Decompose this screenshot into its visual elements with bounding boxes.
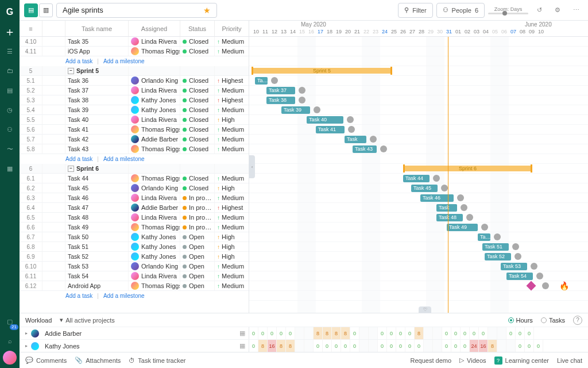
table-row[interactable]: 6.3 Task 46 Linda Rivera In pro… ↑Medium… [20, 193, 249, 203]
sprint-row[interactable]: 5 −Sprint 5 ⋮ [20, 66, 249, 76]
workload-cell[interactable]: 0 [442, 327, 451, 339]
task-bar[interactable]: Task 38 [266, 97, 295, 104]
workload-cell[interactable]: 0 [332, 340, 341, 352]
assignee-cell[interactable]: Thomas Riggs [129, 223, 180, 232]
task-bar[interactable]: Task 52 [485, 253, 511, 260]
workload-cell[interactable] [369, 327, 378, 339]
status-cell[interactable]: Closed [180, 174, 215, 183]
task-bar[interactable]: Task 48 [436, 214, 463, 221]
workload-cell[interactable]: 0 [387, 327, 396, 339]
table-row[interactable]: 5.8 Task 43 Thomas Riggs Closed ↑Medium … [20, 144, 249, 154]
workload-cell[interactable]: 0 [442, 340, 451, 352]
priority-cell[interactable]: ↑High [215, 252, 249, 261]
workload-cell[interactable] [497, 327, 506, 339]
assignee-cell[interactable]: Kathy Jones [129, 242, 180, 251]
priority-cell[interactable]: ↑Medium [215, 135, 249, 144]
status-cell[interactable]: Open [180, 242, 215, 251]
status-cell[interactable]: Closed [180, 135, 215, 144]
workload-cell[interactable]: 0 [461, 327, 470, 339]
workload-cell[interactable]: 8 [258, 340, 268, 352]
workload-filter[interactable]: ▾ All active projects [60, 316, 115, 324]
table-row[interactable]: 5.4 Task 39 Kathy Jones Closed ↑Medium ⋮ [20, 105, 249, 115]
workload-expand-handle[interactable]: ♡ [419, 306, 431, 313]
workload-cell[interactable]: 0 [341, 340, 350, 352]
priority-cell[interactable]: ↑Medium [215, 86, 249, 95]
logo-icon[interactable]: G [0, 2, 20, 22]
status-cell[interactable]: In pro… [180, 213, 215, 222]
priority-cell[interactable]: ↑High [215, 242, 249, 251]
sprint-bar[interactable]: Sprint 6 [403, 166, 532, 171]
task-bar[interactable]: Task 44 [403, 175, 430, 182]
status-cell[interactable]: Open [180, 262, 215, 271]
workload-cell[interactable] [359, 327, 369, 339]
task-name-cell[interactable]: Task 39 [65, 105, 129, 114]
task-name-cell[interactable]: Task 53 [65, 262, 129, 271]
workload-cell[interactable] [497, 340, 506, 352]
request-demo-link[interactable]: Request demo [411, 357, 452, 364]
table-row[interactable]: 5.5 Task 40 Linda Rivera Closed ↑High ⋮ [20, 115, 249, 125]
workload-cell[interactable]: 0 [350, 327, 359, 339]
status-cell[interactable]: Closed [180, 183, 215, 193]
workload-cell[interactable]: 0 [396, 340, 405, 352]
task-name-cell[interactable]: Task 43 [65, 144, 129, 154]
calendar-icon[interactable]: 21▢ [0, 312, 20, 331]
status-cell[interactable]: Closed [180, 95, 215, 105]
status-cell[interactable]: Open [180, 252, 215, 261]
workload-cell[interactable]: 8 [314, 327, 323, 339]
priority-cell[interactable]: ↑Medium [215, 37, 249, 46]
status-cell[interactable]: Closed [180, 125, 215, 134]
workload-cell[interactable]: 0 [534, 340, 543, 352]
workload-cell[interactable]: 0 [323, 340, 332, 352]
workload-cell[interactable]: 0 [516, 327, 525, 339]
task-bar[interactable]: Task 42 [345, 136, 366, 143]
table-row[interactable]: 4.11 iOS App Thomas Riggs Closed ↑Medium… [20, 47, 249, 56]
add-milestone-link[interactable]: Add a milestone [103, 293, 145, 299]
status-cell[interactable]: In pro… [180, 223, 215, 232]
workload-cell[interactable]: 8 [488, 340, 497, 352]
priority-cell[interactable]: ↑Medium [215, 174, 249, 183]
table-row[interactable]: 6.10 Task 53 Orlando King Open ↑Medium ⋮ [20, 262, 249, 271]
assignee-cell[interactable]: Linda Rivera [129, 37, 180, 46]
workload-cell[interactable]: 24 [470, 340, 479, 352]
task-name-cell[interactable]: Task 47 [65, 203, 129, 212]
col-name[interactable]: Task name [65, 21, 129, 36]
task-name-cell[interactable]: Task 37 [65, 86, 129, 95]
assignee-cell[interactable]: Thomas Riggs [129, 47, 180, 56]
apps-icon[interactable]: ▦ [0, 159, 20, 178]
add-task-link[interactable]: Add a task [65, 156, 92, 162]
task-name-cell[interactable]: Task 49 [65, 223, 129, 232]
workload-cell[interactable]: 0 [249, 327, 258, 339]
priority-cell[interactable]: ↑Medium [215, 47, 249, 56]
folder-icon[interactable]: 🗀 [0, 61, 20, 80]
list-icon[interactable]: ▤ [0, 80, 20, 100]
status-cell[interactable]: Open [180, 232, 215, 241]
workload-cell[interactable]: 0 [516, 340, 525, 352]
add-icon[interactable]: ＋ [0, 22, 20, 41]
live-chat-link[interactable]: Live chat [557, 357, 582, 364]
workload-cell[interactable]: 0 [396, 327, 405, 339]
task-name-cell[interactable]: Task 52 [65, 252, 129, 261]
table-row[interactable]: 6.11 Task 54 Linda Rivera Open ↑Medium ⋮ [20, 271, 249, 281]
status-cell[interactable]: Open [180, 271, 215, 281]
task-name-cell[interactable]: Task 41 [65, 125, 129, 134]
task-name-cell[interactable]: Task 50 [65, 232, 129, 241]
priority-cell[interactable]: ↑High [215, 183, 249, 193]
task-bar[interactable]: Task 39 [281, 106, 310, 114]
history-icon[interactable]: ↺ [532, 3, 547, 18]
workload-cell[interactable] [295, 327, 304, 339]
status-cell[interactable]: Open [180, 281, 215, 290]
workload-cell[interactable]: 16 [479, 340, 488, 352]
workload-cell[interactable] [433, 327, 442, 339]
workload-cell[interactable] [304, 327, 314, 339]
col-priority[interactable]: Priority [215, 21, 249, 36]
priority-cell[interactable]: ↑High [215, 115, 249, 124]
more-icon[interactable]: ⋯ [568, 3, 583, 18]
workload-cell[interactable]: 8 [277, 340, 286, 352]
task-name-cell[interactable]: Task 38 [65, 95, 129, 105]
status-cell[interactable]: In pro… [180, 193, 215, 202]
assignee-cell[interactable]: Linda Rivera [129, 271, 180, 281]
assignee-cell[interactable]: Orlando King [129, 76, 180, 85]
project-title-box[interactable]: Agile sprints ★ [56, 3, 217, 18]
comments-button[interactable]: 💬 Comments [25, 356, 67, 364]
task-name-cell[interactable]: Task 54 [65, 271, 129, 281]
